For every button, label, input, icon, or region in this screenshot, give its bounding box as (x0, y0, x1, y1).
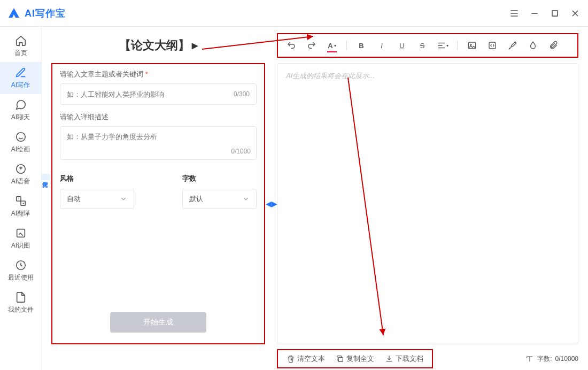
editor-actions: 清空文本 复制全文 下载文档 (277, 349, 433, 368)
sidebar-item-label: 最近使用 (8, 273, 34, 282)
svg-rect-7 (468, 42, 476, 49)
editor-toolbar: A▾ B I U S ▾ (277, 33, 578, 58)
sidebar-item-label: 我的文件 (8, 305, 34, 314)
file-icon (15, 291, 27, 303)
smile-icon (15, 131, 27, 143)
menu-button[interactable] (509, 8, 520, 19)
align-button[interactable]: ▾ (437, 40, 448, 51)
desc-label: 请输入详细描述 (60, 112, 257, 122)
italic-button[interactable]: I (376, 40, 388, 51)
chevron-down-icon (242, 195, 250, 203)
sidebar-item-label: AI语音 (11, 177, 30, 186)
brush-button[interactable] (507, 40, 519, 51)
undo-button[interactable] (285, 40, 297, 51)
logo-icon (7, 7, 20, 20)
style-label: 风格 (60, 174, 134, 183)
code-button[interactable] (486, 40, 498, 51)
sidebar-item-ai-paint[interactable]: AI绘画 (0, 126, 41, 158)
titlebar: AI写作宝 (0, 0, 588, 27)
sidebar-item-home[interactable]: 首页 (0, 30, 41, 62)
clear-button[interactable]: 清空文本 (283, 352, 328, 366)
sidebar-item-ai-chat[interactable]: AI聊天 (0, 94, 41, 126)
sidebar: 首页 AI写作 AI聊天 AI绘画 AI语音 AI翻译 AI识图 最近使用 (0, 27, 42, 370)
editor-placeholder: AI生成的结果将会在此展示... (286, 71, 569, 81)
sidebar-item-label: AI绘画 (11, 145, 30, 154)
words-select[interactable]: 默认 (182, 189, 257, 209)
edit-icon (15, 67, 27, 79)
download-button[interactable]: 下载文档 (382, 352, 427, 366)
svg-rect-9 (489, 42, 496, 49)
topic-counter: 0/300 (234, 90, 250, 98)
font-color-button[interactable]: A▾ (326, 40, 338, 51)
desc-counter: 0/1000 (231, 148, 251, 155)
sidebar-item-label: AI识图 (11, 241, 30, 250)
sidebar-item-recent[interactable]: 最近使用 (0, 255, 41, 287)
word-count: 字数: 0/10000 (525, 354, 578, 364)
translate-icon (15, 195, 27, 207)
home-icon (15, 35, 27, 47)
mic-icon (15, 163, 27, 175)
topic-input-box[interactable]: 0/300 (60, 83, 257, 105)
chevron-down-icon (120, 195, 127, 203)
annotation-arrow (347, 78, 390, 340)
sidebar-item-label: 首页 (14, 49, 27, 58)
svg-rect-0 (552, 11, 558, 16)
svg-rect-12 (338, 357, 343, 361)
svg-line-11 (348, 78, 383, 335)
panel-splitter[interactable]: ◀▶ (266, 199, 277, 208)
desc-input[interactable] (60, 127, 256, 158)
window-maximize-button[interactable] (550, 8, 560, 19)
text-icon (525, 354, 534, 363)
copy-button[interactable]: 复制全文 (332, 352, 377, 366)
window-close-button[interactable] (570, 8, 581, 19)
attachment-button[interactable] (547, 40, 559, 51)
desc-input-box[interactable]: 0/1000 (60, 126, 257, 160)
sidebar-item-label: AI翻译 (11, 209, 30, 218)
page-title: 【论文大纲】 ▸ (51, 37, 265, 53)
svg-point-1 (16, 132, 25, 141)
topic-input[interactable] (67, 90, 229, 98)
redo-button[interactable] (306, 40, 318, 51)
app-logo: AI写作宝 (7, 7, 66, 20)
sidebar-item-files[interactable]: 我的文件 (0, 287, 41, 319)
sidebar-item-ai-translate[interactable]: AI翻译 (0, 190, 41, 222)
words-label: 字数 (182, 174, 257, 183)
app-name: AI写作宝 (25, 7, 66, 20)
image-scan-icon (15, 227, 27, 239)
chat-icon (15, 99, 27, 111)
style-select[interactable]: 自动 (60, 189, 134, 209)
generate-button[interactable]: 开始生成 (110, 312, 206, 333)
clock-icon (15, 259, 27, 271)
image-button[interactable] (466, 40, 478, 51)
sidebar-item-ai-write[interactable]: AI写作 (0, 62, 41, 94)
topic-label: 请输入文章主题或者关键词 * (60, 70, 257, 79)
trash-icon (287, 354, 295, 363)
window-minimize-button[interactable] (529, 8, 540, 19)
bold-button[interactable]: B (355, 40, 367, 51)
input-panel: 请输入文章主题或者关键词 * 0/300 请输入详细描述 0/1000 风格 自… (51, 63, 265, 344)
sidebar-item-label: AI写作 (11, 81, 30, 90)
play-icon[interactable]: ▸ (192, 38, 198, 52)
svg-point-8 (470, 44, 471, 45)
underline-button[interactable]: U (396, 40, 408, 51)
sidebar-item-label: AI聊天 (11, 113, 30, 122)
sidebar-item-ai-vision[interactable]: AI识图 (0, 222, 41, 255)
droplet-button[interactable] (527, 40, 539, 51)
sidebar-item-ai-voice[interactable]: AI语音 (0, 158, 41, 190)
strikethrough-button[interactable]: S (416, 40, 428, 51)
download-icon (385, 354, 393, 363)
editor-panel[interactable]: ◀▶ AI生成的结果将会在此展示... (277, 63, 578, 344)
copy-icon (336, 354, 344, 363)
